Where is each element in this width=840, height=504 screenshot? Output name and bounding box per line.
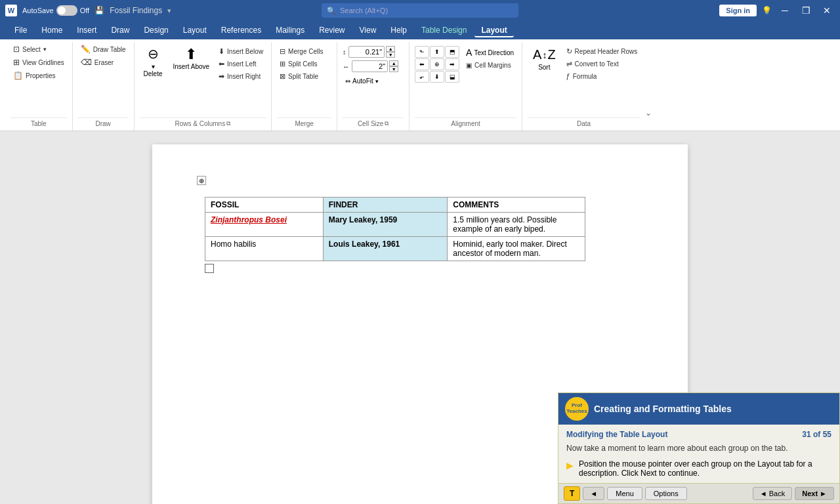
cell-size-expand-icon[interactable]: ⧉	[385, 120, 388, 127]
view-gridlines-button[interactable]: ⊞ View Gridlines	[10, 56, 67, 68]
split-cells-button[interactable]: ⊞ Split Cells	[277, 58, 326, 70]
title-bar-left: W AutoSave Off 💾 Fossil Findings ▾	[5, 5, 213, 16]
autosave-control: AutoSave Off	[22, 5, 89, 16]
height-up-arrow[interactable]: ▲	[386, 46, 395, 52]
close-button[interactable]: ✕	[819, 3, 835, 18]
table-move-handle[interactable]: ⊕	[197, 176, 206, 185]
play-icon: ▶	[566, 460, 574, 471]
eraser-button[interactable]: ⌫ Eraser	[78, 56, 129, 68]
menu-design[interactable]: Design	[137, 23, 175, 37]
lightbulb-icon[interactable]: 💡	[762, 6, 772, 15]
menu-view[interactable]: View	[353, 23, 383, 37]
width-input[interactable]	[352, 60, 388, 72]
sign-in-button[interactable]: Sign in	[719, 5, 757, 16]
eraser-icon: ⌫	[81, 58, 92, 67]
tutorial-menu-button[interactable]: Menu	[607, 487, 642, 500]
comments-2-text: Hominid, early tool maker. Direct ancest…	[453, 240, 566, 258]
height-down-arrow[interactable]: ▼	[386, 52, 395, 58]
draw-group-content: ✏️ Draw Table ⌫ Eraser	[78, 43, 129, 116]
tutorial-options-button[interactable]: Options	[645, 487, 687, 500]
professor-logo: ProfTeaches	[565, 397, 589, 421]
save-icon[interactable]: 💾	[94, 6, 104, 15]
select-button[interactable]: ⊡ Select ▾	[10, 43, 67, 55]
width-up-arrow[interactable]: ▲	[389, 60, 398, 66]
insert-above-button[interactable]: ⬆ Insert Above	[169, 43, 213, 73]
tutorial-rewind-button[interactable]: ◄	[583, 487, 604, 500]
autofit-dropdown: ▾	[375, 78, 379, 85]
comments-1-text: 1.5 million years old. Possible example …	[453, 215, 556, 234]
text-dir-icon: A	[466, 47, 472, 58]
cell-comments-2[interactable]: Hominid, early tool maker. Direct ancest…	[448, 237, 585, 261]
split-table-button[interactable]: ⊠ Split Table	[277, 71, 326, 82]
convert-to-text-button[interactable]: ⇌ Convert to Text	[564, 58, 640, 70]
align-mid-right[interactable]: ➡	[445, 58, 459, 70]
eraser-label: Eraser	[94, 59, 114, 66]
width-down-arrow[interactable]: ▼	[389, 66, 398, 72]
menu-table-design[interactable]: Table Design	[415, 23, 473, 37]
autofit-button[interactable]: ⇔ AutoFit ▾	[343, 76, 381, 86]
draw-table-button[interactable]: ✏️ Draw Table	[78, 43, 129, 55]
minimize-button[interactable]: ─	[777, 3, 793, 18]
menu-file[interactable]: File	[8, 23, 33, 37]
cell-comments-1[interactable]: 1.5 million years old. Possible example …	[448, 213, 585, 237]
menu-review[interactable]: Review	[312, 23, 351, 37]
align-top-right[interactable]: ⬒	[445, 46, 459, 58]
align-bot-right[interactable]: ⬓	[445, 71, 459, 83]
restore-button[interactable]: ❐	[798, 3, 814, 18]
table-row: Homo habilis Louis Leakey, 1961 Hominid,…	[205, 237, 585, 261]
align-bot-center[interactable]: ⬇	[430, 71, 444, 83]
menu-layout-active[interactable]: Layout	[474, 23, 513, 37]
rows-cols-expand-icon[interactable]: ⧉	[226, 120, 230, 127]
repeat-header-label: Repeat Header Rows	[575, 48, 638, 55]
menu-layout[interactable]: Layout	[177, 23, 213, 37]
title-bar: W AutoSave Off 💾 Fossil Findings ▾ 🔍 Sea…	[0, 0, 840, 21]
cell-finder-1[interactable]: Mary Leakey, 1959	[323, 213, 448, 237]
insert-left-button[interactable]: ⬅ Insert Left	[216, 58, 266, 70]
gridlines-label: View Gridlines	[22, 59, 64, 66]
menu-insert[interactable]: Insert	[70, 23, 103, 37]
cell-margins-button[interactable]: ▣ Cell Margins	[463, 60, 516, 70]
ribbon: ⊡ Select ▾ ⊞ View Gridlines 📋 Properties…	[0, 39, 840, 131]
tutorial-next-button[interactable]: Next ►	[795, 487, 834, 500]
split-table-icon: ⊠	[280, 72, 285, 81]
menu-references[interactable]: References	[215, 23, 268, 37]
repeat-header-button[interactable]: ↻ Repeat Header Rows	[564, 46, 640, 57]
table-group-label: Table	[10, 117, 67, 129]
menu-home[interactable]: Home	[35, 23, 69, 37]
insert-right-button[interactable]: ➡ Insert Right	[216, 71, 266, 82]
properties-icon: 📋	[13, 71, 23, 80]
align-bot-left[interactable]: ⬐	[415, 71, 429, 83]
properties-button[interactable]: 📋 Properties	[10, 70, 67, 81]
autosave-state: Off	[80, 7, 89, 14]
merge-cells-button[interactable]: ⊟ Merge Cells	[277, 46, 326, 57]
ribbon-expand-icon[interactable]: ⌄	[645, 108, 652, 117]
sort-icon: A ↕ Z	[533, 47, 556, 62]
autosave-label: AutoSave	[22, 7, 54, 14]
tutorial-t-button[interactable]: T	[564, 486, 580, 501]
text-direction-button[interactable]: A Text Direction	[463, 46, 516, 59]
align-mid-left[interactable]: ⬅	[415, 58, 429, 70]
formula-button[interactable]: ƒ Formula	[564, 71, 640, 81]
menu-mailings[interactable]: Mailings	[269, 23, 311, 37]
cell-fossil-2[interactable]: Homo habilis	[205, 237, 324, 261]
align-top-center[interactable]: ⬆	[430, 46, 444, 58]
search-box[interactable]: 🔍 Search (Alt+Q)	[322, 3, 518, 18]
menu-help[interactable]: Help	[384, 23, 413, 37]
cell-fossil-1[interactable]: Zinjanthropus Bosei	[205, 213, 324, 237]
insert-below-button[interactable]: ⬇ Insert Below	[216, 46, 266, 57]
draw-buttons: ✏️ Draw Table ⌫ Eraser	[78, 43, 129, 68]
delete-button[interactable]: ⊖ ▾ Delete	[140, 43, 167, 80]
tutorial-instruction-row: ▶ Position the mouse pointer over each g…	[566, 459, 831, 478]
header-fossil: FOSSIL	[205, 198, 324, 213]
table-row: Zinjanthropus Bosei Mary Leakey, 1959 1.…	[205, 213, 585, 237]
cell-size-content: ↕ ▲ ▼ ↔ ▲ ▼ ⇔ AutoFit ▾	[343, 43, 404, 116]
sort-button[interactable]: A ↕ Z Sort	[528, 43, 561, 75]
height-input[interactable]	[348, 46, 385, 58]
align-top-left[interactable]: ⬑	[415, 46, 429, 58]
cell-finder-2[interactable]: Louis Leakey, 1961	[323, 237, 448, 261]
menu-draw[interactable]: Draw	[104, 23, 136, 37]
tutorial-back-button[interactable]: ◄ Back	[753, 487, 792, 500]
autosave-toggle[interactable]	[56, 5, 77, 16]
align-mid-center[interactable]: ⊕	[430, 58, 444, 70]
table-wrapper: ⊕ FOSSIL FINDER COMMENTS Zinjanthropus B…	[205, 184, 585, 275]
